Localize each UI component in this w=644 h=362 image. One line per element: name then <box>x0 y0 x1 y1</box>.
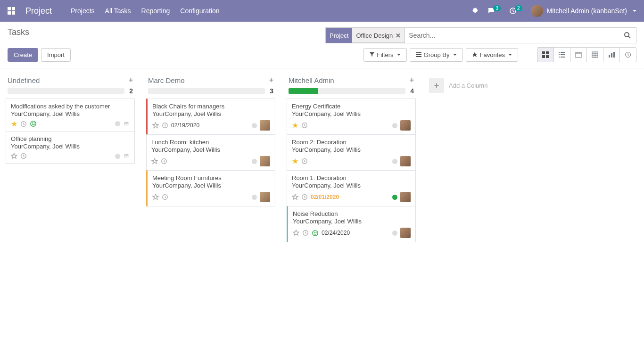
user-avatar-icon <box>531 5 543 17</box>
task-card[interactable]: Office planning YourCompany, Joel Willis <box>6 131 135 164</box>
svg-point-27 <box>125 155 126 156</box>
add-column-label[interactable]: Add a Column <box>449 82 487 89</box>
nav-all-tasks[interactable]: All Tasks <box>105 7 131 15</box>
column-title[interactable]: Marc Demo <box>148 76 269 84</box>
progress-bar[interactable] <box>148 88 265 94</box>
assignee-avatar-icon[interactable] <box>260 156 270 166</box>
card-subtitle: YourCompany, Joel Willis <box>11 143 130 150</box>
progress-bar[interactable] <box>289 88 405 94</box>
quick-create-icon[interactable]: + <box>269 76 273 84</box>
filters-dropdown[interactable]: Filters <box>363 48 406 62</box>
search-icon[interactable] <box>619 32 636 39</box>
kanban-state-dot[interactable] <box>252 159 257 164</box>
star-icon[interactable] <box>293 230 299 236</box>
star-icon[interactable] <box>151 158 158 165</box>
star-icon[interactable] <box>152 122 159 129</box>
card-title: Meeting Room Furnitures <box>152 174 270 181</box>
task-card[interactable]: Modifications asked by the customer Your… <box>6 99 135 132</box>
clock-icon[interactable] <box>162 194 168 200</box>
groupby-dropdown[interactable]: Group By <box>410 48 463 62</box>
top-nav: Projects All Tasks Reporting Configurati… <box>71 7 220 15</box>
svg-point-22 <box>34 123 34 123</box>
clock-icon[interactable] <box>301 122 308 129</box>
assignee-avatar-icon[interactable] <box>400 192 411 202</box>
chevron-down-icon <box>453 54 457 56</box>
star-icon[interactable] <box>292 194 298 200</box>
apps-icon[interactable] <box>8 7 15 15</box>
quick-create-icon[interactable]: + <box>129 76 133 84</box>
assignee-avatar-icon[interactable] <box>400 120 411 131</box>
kanban-state-dot[interactable] <box>392 159 397 164</box>
view-activity[interactable] <box>620 48 636 62</box>
assignee-avatar-icon[interactable] <box>260 120 270 131</box>
star-icon[interactable] <box>292 122 298 129</box>
star-icon[interactable] <box>11 153 17 159</box>
progress-bar[interactable] <box>8 88 124 94</box>
view-pivot[interactable] <box>587 48 603 62</box>
card-title: Modifications asked by the customer <box>11 103 130 110</box>
kanban-state-dot[interactable] <box>392 230 397 236</box>
task-card[interactable]: Room 1: Decoration YourCompany, Joel Wil… <box>287 170 416 206</box>
view-kanban[interactable] <box>537 48 554 62</box>
view-calendar[interactable] <box>570 48 587 62</box>
kanban-state-dot[interactable] <box>115 121 120 126</box>
search-input[interactable] <box>405 28 619 43</box>
kanban-state-dot[interactable] <box>252 195 257 200</box>
kanban-state-dot[interactable] <box>252 123 257 128</box>
favorites-label: Favorites <box>480 51 505 58</box>
card-footer <box>11 120 130 127</box>
import-button[interactable]: Import <box>41 48 71 62</box>
clock-icon[interactable] <box>301 158 308 165</box>
activities-icon[interactable]: 2 <box>509 7 522 15</box>
nav-projects[interactable]: Projects <box>71 7 95 15</box>
clock-icon[interactable] <box>301 194 308 200</box>
messages-icon[interactable]: 3 <box>487 7 501 15</box>
app-brand[interactable]: Project <box>25 6 52 16</box>
view-list[interactable] <box>554 48 570 62</box>
column-header: Undefined + <box>4 74 137 86</box>
task-card[interactable]: Black Chairs for managers YourCompany, J… <box>146 99 275 135</box>
svg-rect-14 <box>592 52 598 58</box>
card-title: Energy Certificate <box>292 103 411 110</box>
nav-reporting[interactable]: Reporting <box>141 7 170 15</box>
facet-remove-icon[interactable]: ✕ <box>396 32 401 39</box>
column-title[interactable]: Mitchell Admin <box>289 76 410 84</box>
clock-icon[interactable] <box>162 122 168 129</box>
kanban-state-dot[interactable] <box>392 123 397 128</box>
task-card[interactable]: Noise Reduction YourCompany, Joel Willis… <box>287 206 416 242</box>
kanban-state-dot[interactable] <box>392 195 397 200</box>
clock-icon[interactable] <box>302 230 309 236</box>
clock-icon[interactable] <box>161 158 167 165</box>
task-card[interactable]: Energy Certificate YourCompany, Joel Wil… <box>287 99 416 135</box>
view-graph[interactable] <box>603 48 620 62</box>
card-date: 02/01/2020 <box>311 194 339 200</box>
clock-icon[interactable] <box>20 121 27 127</box>
clock-icon[interactable] <box>20 153 27 159</box>
star-icon[interactable] <box>292 158 298 165</box>
task-card[interactable]: Room 2: Decoration YourCompany, Joel Wil… <box>287 134 416 171</box>
create-button[interactable]: Create <box>8 48 38 62</box>
star-icon <box>472 52 478 58</box>
task-card[interactable]: Meeting Room Furnitures YourCompany, Joe… <box>146 170 275 206</box>
kanban-state-dot[interactable] <box>115 154 120 159</box>
star-icon[interactable] <box>11 121 17 127</box>
assignee-avatar-icon[interactable] <box>400 156 411 166</box>
debug-icon[interactable] <box>471 7 479 15</box>
task-card[interactable]: Lunch Room: kitchen YourCompany, Joel Wi… <box>146 134 275 171</box>
kanban-column: Marc Demo + 3 Black Chairs for managers … <box>144 74 277 206</box>
quick-create-icon[interactable]: + <box>410 76 414 84</box>
star-icon[interactable] <box>152 194 159 200</box>
nav-configuration[interactable]: Configuration <box>180 7 219 15</box>
svg-rect-7 <box>559 52 560 53</box>
kanban-column: Undefined + 2 Modifications asked by the… <box>4 74 137 163</box>
assignee-avatar-icon[interactable] <box>400 228 411 238</box>
list-icon <box>416 52 421 57</box>
favorites-dropdown[interactable]: Favorites <box>466 48 518 62</box>
assignee-avatar-icon[interactable] <box>260 192 270 202</box>
column-count: 2 <box>129 87 133 95</box>
user-menu[interactable]: Mitchell Admin (kanbanSet) <box>531 5 636 17</box>
column-title[interactable]: Undefined <box>8 76 129 84</box>
facet-value-text: Office Design <box>356 32 393 39</box>
card-title: Lunch Room: kitchen <box>151 139 270 146</box>
add-column-button[interactable]: + <box>429 78 444 93</box>
